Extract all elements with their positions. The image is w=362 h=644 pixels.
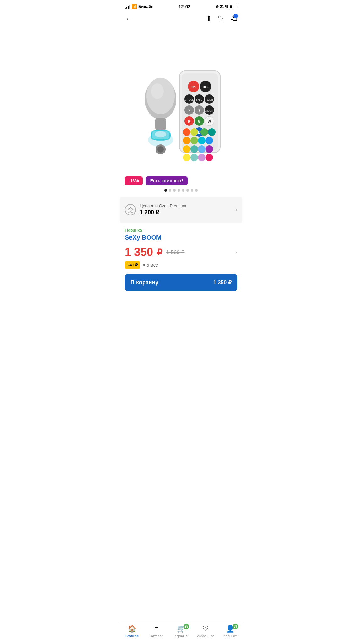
premium-chevron-icon: › bbox=[235, 206, 237, 213]
svg-point-34 bbox=[183, 145, 190, 153]
dot-3[interactable] bbox=[173, 189, 176, 192]
svg-point-44 bbox=[151, 83, 164, 99]
svg-point-38 bbox=[183, 154, 190, 161]
premium-text: Цена для Ozon Premium 1 200 ₽ bbox=[140, 203, 186, 216]
price-current: 1 350 bbox=[125, 246, 153, 259]
svg-point-29 bbox=[208, 128, 216, 136]
svg-point-35 bbox=[190, 145, 198, 153]
image-dots bbox=[120, 189, 242, 197]
svg-text:FADE: FADE bbox=[196, 99, 202, 101]
svg-text:W: W bbox=[208, 119, 211, 123]
nav-actions: ⬆ ♡ 🛍 ··· bbox=[206, 14, 237, 23]
share-icon: ⬆ bbox=[206, 14, 211, 22]
svg-point-32 bbox=[198, 137, 206, 144]
svg-point-26 bbox=[183, 128, 190, 136]
installment-row: 241 ₽ × 6 мес bbox=[125, 261, 237, 269]
price-chevron-icon[interactable]: › bbox=[235, 249, 237, 256]
svg-text:FLASH: FLASH bbox=[206, 99, 213, 101]
premium-icon bbox=[125, 204, 136, 215]
product-brand[interactable]: SeXy BOOM bbox=[125, 234, 237, 241]
svg-point-54 bbox=[157, 146, 164, 153]
divider-1 bbox=[120, 197, 242, 199]
svg-text:ON: ON bbox=[191, 86, 196, 89]
svg-point-52 bbox=[155, 131, 166, 137]
battery-icon bbox=[230, 5, 237, 8]
add-to-cart-price: 1 350 ₽ bbox=[213, 279, 232, 286]
premium-left: Цена для Ozon Premium 1 200 ₽ bbox=[125, 203, 186, 216]
dot-2[interactable] bbox=[169, 189, 171, 192]
page-spacer bbox=[120, 297, 242, 328]
new-label: Новинка bbox=[125, 228, 237, 233]
installment-period: × 6 мес bbox=[143, 263, 158, 268]
installment-badge: 241 ₽ bbox=[125, 261, 140, 269]
divider-2 bbox=[120, 220, 242, 223]
svg-point-30 bbox=[183, 137, 190, 144]
ozon-premium-logo bbox=[127, 206, 134, 213]
svg-point-27 bbox=[190, 128, 198, 136]
product-info: Новинка SeXy BOOM 1 350 ₽ 1 560 ₽ › 241 … bbox=[120, 223, 242, 269]
badges-row: -13% Есть комплект! bbox=[120, 171, 242, 189]
price-row: 1 350 ₽ 1 560 ₽ › bbox=[125, 246, 237, 259]
favorites-button[interactable]: ♡ bbox=[218, 14, 224, 23]
dot-4[interactable] bbox=[178, 189, 180, 192]
svg-point-37 bbox=[206, 145, 213, 153]
dot-1[interactable] bbox=[164, 189, 167, 192]
svg-point-41 bbox=[206, 154, 213, 161]
add-to-cart-label: В корзину bbox=[130, 279, 158, 286]
heart-icon: ♡ bbox=[218, 14, 224, 22]
cart-button[interactable]: 🛍 ··· bbox=[230, 14, 237, 23]
status-bar: 📶 Билайн 12:02 ⊕ 21 % bbox=[120, 0, 242, 12]
share-button[interactable]: ⬆ bbox=[206, 14, 211, 23]
svg-point-28 bbox=[200, 128, 208, 136]
signal-icon bbox=[125, 4, 130, 9]
svg-point-33 bbox=[206, 137, 213, 144]
status-right: ⊕ 21 % bbox=[216, 4, 237, 9]
dot-8[interactable] bbox=[195, 189, 198, 192]
svg-text:☀: ☀ bbox=[198, 108, 201, 113]
svg-text:STROBE: STROBE bbox=[185, 99, 194, 101]
carrier-label: Билайн bbox=[138, 4, 154, 9]
battery-percent: 21 % bbox=[220, 4, 228, 9]
dot-7[interactable] bbox=[191, 189, 193, 192]
nav-bar: ← ⬆ ♡ 🛍 ··· bbox=[120, 12, 242, 27]
svg-point-31 bbox=[190, 137, 198, 144]
add-to-cart-button[interactable]: В корзину 1 350 ₽ bbox=[125, 274, 237, 291]
premium-section[interactable]: Цена для Ozon Premium 1 200 ₽ › bbox=[120, 199, 242, 220]
dot-6[interactable] bbox=[186, 189, 189, 192]
clock: 12:02 bbox=[178, 4, 190, 9]
price-old: 1 560 ₽ bbox=[166, 249, 184, 256]
premium-title: Цена для Ozon Premium bbox=[140, 203, 186, 208]
svg-rect-45 bbox=[155, 118, 166, 130]
back-button[interactable]: ← bbox=[125, 14, 132, 23]
svg-point-39 bbox=[190, 154, 198, 161]
bundle-badge[interactable]: Есть комплект! bbox=[146, 176, 188, 185]
svg-point-36 bbox=[198, 145, 206, 153]
premium-price: 1 200 ₽ bbox=[140, 209, 186, 216]
cart-dot: ··· bbox=[233, 14, 238, 18]
dot-5[interactable] bbox=[182, 189, 184, 192]
discount-badge: -13% bbox=[125, 176, 143, 185]
status-left: 📶 Билайн bbox=[125, 4, 154, 9]
svg-point-40 bbox=[198, 154, 206, 161]
svg-text:☀: ☀ bbox=[188, 108, 191, 113]
price-currency: ₽ bbox=[157, 247, 162, 258]
product-image: ON OFF STROBE FADE FLASH ☀ ☀ SMOOTH R G … bbox=[120, 27, 242, 171]
svg-text:G: G bbox=[198, 119, 201, 123]
svg-text:R: R bbox=[188, 119, 190, 123]
location-icon: ⊕ bbox=[216, 4, 219, 9]
svg-text:OFF: OFF bbox=[203, 86, 208, 89]
wifi-icon: 📶 bbox=[132, 4, 137, 9]
svg-text:SMOOTH: SMOOTH bbox=[205, 110, 214, 112]
product-illustration: ON OFF STROBE FADE FLASH ☀ ☀ SMOOTH R G … bbox=[128, 33, 234, 165]
svg-text:B: B bbox=[198, 130, 200, 134]
